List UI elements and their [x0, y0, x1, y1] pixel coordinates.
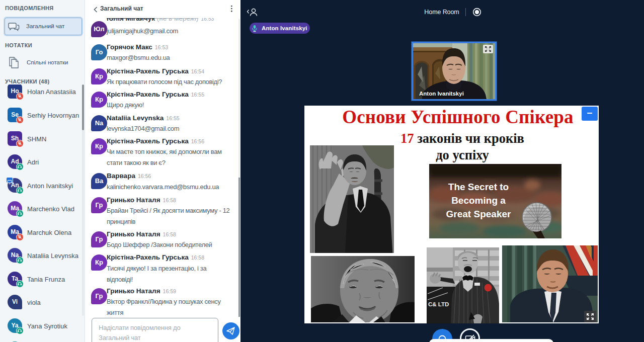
svg-text:The Secret to: The Secret to [448, 182, 509, 192]
svg-text:C& LTD: C& LTD [428, 301, 449, 307]
svg-text:Becoming a: Becoming a [451, 195, 506, 206]
svg-text:Great Speaker: Great Speaker [446, 209, 511, 219]
